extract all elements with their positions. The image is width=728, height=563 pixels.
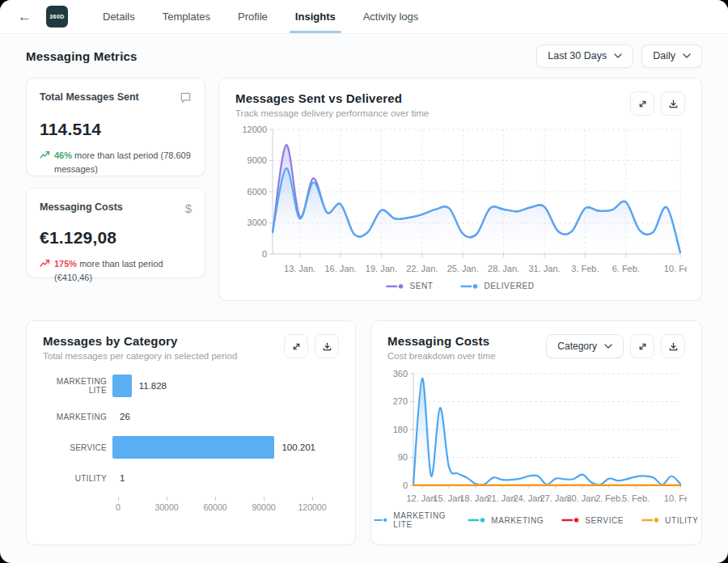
svg-text:0: 0 [262, 249, 267, 259]
bar-category-label: SERVICE [43, 443, 112, 452]
bar[interactable] [112, 436, 274, 459]
bar[interactable] [112, 375, 132, 397]
axis-tick-label: 30000 [154, 502, 178, 512]
bar-row: MARKETING26 [43, 401, 339, 432]
tab-templates[interactable]: Templates [149, 0, 224, 33]
messages-by-category-card: Messages by Category Total messages per … [26, 320, 356, 545]
stat-trend: 175% more than last period (€410,46) [40, 257, 192, 285]
download-button[interactable] [661, 334, 685, 358]
svg-text:25. Jan.: 25. Jan. [447, 264, 479, 273]
axis-tick [167, 497, 167, 501]
svg-text:19. Jan.: 19. Jan. [366, 264, 397, 273]
expand-button[interactable] [284, 334, 308, 358]
axis-tick-label: 0 [116, 502, 121, 512]
chevron-down-icon [604, 343, 612, 349]
bar-category-label: MARKETING LITE [43, 377, 112, 395]
page-header: Messaging Metrics Last 30 Days Daily [0, 34, 728, 78]
costs-legend: MARKETING LITEMARKETINGSERVICEUTILITY [387, 511, 685, 529]
sent-vs-delivered-card: Messages Sent vs Delivered Track message… [218, 78, 702, 301]
chart-title: Messaging Costs [387, 334, 546, 348]
svg-text:3000: 3000 [248, 218, 267, 227]
download-icon [668, 99, 679, 109]
trend-up-icon [40, 150, 50, 159]
svg-text:16. Jan.: 16. Jan. [324, 264, 356, 273]
stat-trend-text: 175% more than last period (€410,46) [54, 257, 192, 285]
legend-item[interactable]: MARKETING LITE [374, 511, 450, 529]
expand-icon [637, 99, 648, 109]
legend-marker-icon [561, 517, 579, 523]
total-messages-card: Total Messages Sent 114.514 46% more tha… [26, 78, 205, 176]
granularity-dropdown[interactable]: Daily [641, 44, 702, 68]
stat-title: Total Messages Sent [40, 91, 139, 103]
chevron-down-icon [683, 53, 691, 59]
tab-insights[interactable]: Insights [281, 0, 349, 33]
expand-icon [291, 341, 302, 352]
bar-value-label: 1 [120, 473, 125, 483]
expand-button[interactable] [630, 334, 654, 358]
svg-text:13. Jan.: 13. Jan. [284, 264, 315, 273]
legend-label: SENT [409, 282, 433, 290]
category-bar-axis: 0300006000090000120000 [43, 495, 339, 516]
chart-subtitle: Track message delivery performance over … [235, 108, 630, 118]
stat-value: 114.514 [40, 120, 192, 139]
chart-title: Messages by Category [43, 334, 284, 348]
svg-text:22. Jan.: 22. Jan. [406, 264, 438, 273]
bar-category-label: MARKETING [43, 413, 112, 421]
messaging-costs-card: Messaging Costs $ €1.129,08 175% more th… [26, 188, 205, 278]
bar-value-label: 100.201 [281, 442, 315, 452]
expand-button[interactable] [630, 91, 654, 116]
bar-row: MARKETING LITE11.828 [43, 370, 339, 401]
stat-trend: 46% more than last period (78.609 messag… [40, 149, 192, 176]
legend-item[interactable]: UTILITY [641, 511, 698, 529]
svg-text:10. Feb.: 10. Feb. [664, 264, 687, 273]
svg-text:30. Jan.: 30. Jan. [566, 493, 598, 503]
dollar-icon: $ [185, 201, 192, 215]
legend-label: DELIVERED [484, 282, 534, 290]
header-controls: Last 30 Days Daily [536, 44, 702, 68]
download-icon [322, 341, 332, 352]
legend-marker-icon [460, 283, 478, 290]
axis-tick [264, 497, 265, 501]
axis-tick [312, 497, 313, 501]
sent-delivered-chart: 03000600090001200013. Jan.16. Jan.19. Ja… [235, 123, 685, 278]
tab-activity-logs[interactable]: Activity logs [349, 0, 433, 33]
date-range-dropdown[interactable]: Last 30 Days [536, 44, 633, 68]
download-button[interactable] [661, 91, 685, 116]
app-logo: 360D [46, 6, 68, 28]
legend-item[interactable]: SERVICE [561, 511, 624, 529]
stat-value: €1.129,08 [40, 228, 192, 248]
legend-item[interactable]: DELIVERED [460, 282, 534, 290]
bar-value-label: 26 [120, 412, 130, 421]
page-title: Messaging Metrics [26, 49, 138, 63]
top-navbar: ← 360D Details Templates Profile Insight… [0, 0, 728, 34]
nav-tabs: Details Templates Profile Insights Activ… [89, 0, 432, 33]
legend-item[interactable]: MARKETING [468, 511, 544, 529]
stat-trend-text: 46% more than last period (78.609 messag… [54, 149, 192, 176]
download-button[interactable] [315, 334, 339, 358]
trend-percent: 175% [54, 259, 77, 269]
tab-profile[interactable]: Profile [224, 0, 281, 33]
legend-label: MARKETING LITE [393, 511, 450, 529]
back-arrow-icon[interactable]: ← [18, 10, 32, 23]
bar-category-label: UTILITY [43, 474, 112, 483]
legend-marker-icon [386, 283, 404, 290]
legend-label: UTILITY [665, 516, 698, 525]
bar-row: UTILITY1 [43, 463, 339, 493]
app-window: ← 360D Details Templates Profile Insight… [0, 0, 728, 563]
sent-delivered-legend: SENTDELIVERED [235, 282, 685, 290]
svg-text:6000: 6000 [248, 187, 267, 197]
download-icon [668, 341, 679, 352]
bar-row: SERVICE100.201 [43, 432, 339, 463]
svg-text:10. Feb.: 10. Feb. [664, 493, 687, 503]
legend-item[interactable]: SENT [386, 282, 433, 290]
costs-line-chart: 09018027036012. Jan.15. Jan.18. Jan.21. … [387, 366, 685, 508]
chevron-down-icon [614, 53, 622, 59]
trend-up-icon [40, 259, 50, 268]
chart-subtitle: Cost breakdown over time [387, 351, 546, 361]
tab-details[interactable]: Details [89, 0, 149, 33]
svg-text:6. Feb.: 6. Feb. [612, 264, 640, 273]
category-dropdown[interactable]: Category [546, 334, 624, 358]
svg-text:9000: 9000 [248, 155, 267, 165]
category-bar-chart: MARKETING LITE11.828MARKETING26SERVICE10… [43, 370, 339, 493]
legend-label: SERVICE [585, 516, 624, 525]
